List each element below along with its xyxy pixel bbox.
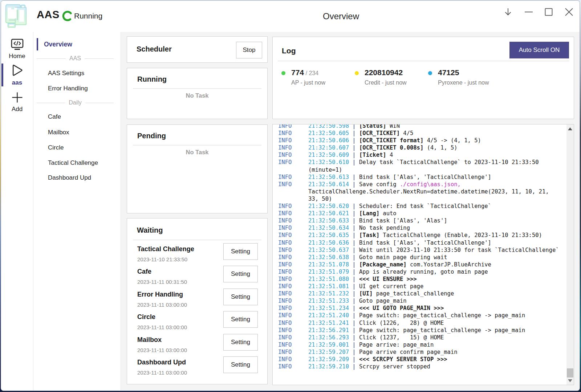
scroll-up-icon[interactable] [568,127,572,130]
log-timestamp: 21:32:50.634 [308,225,349,231]
log-message: 21:32:59.001 | Page arrive: page_main [308,341,561,348]
scheduler-status-label: Running [74,12,102,20]
log-entry: INFO21:32:50.633 | Bind task ['Alas', 'A… [278,217,566,224]
stat-label: Credit - just now [365,79,407,86]
log-level: INFO [278,327,308,334]
log-timestamp: 21:32:50.620 [308,203,349,209]
plus-icon [12,92,23,103]
log-text-segment: [Package_name] [359,261,407,268]
log-level: INFO [278,305,308,312]
log-timestamp: 21:32:50.607 [308,144,349,151]
log-entry: INFO21:32:51.240 | Page switch: page_tac… [278,312,566,319]
sidebar-item-aas-settings[interactable]: AAS Settings [48,69,84,78]
desktop-background: AAS Running Overview [0,0,581,392]
sidebar-item-mailbox[interactable]: Mailbox [48,128,69,137]
log-level: INFO [278,173,308,181]
log-entry: INFO21:32:56.291 | Page switch: page_tac… [278,327,566,334]
log-separator: | [349,247,359,253]
scrollbar-thumb[interactable] [567,368,573,377]
log-level: INFO [278,290,308,297]
log-text-segment: Page arrive confirm page_main [359,349,458,355]
log-separator: | [349,327,359,334]
log-separator: | [349,283,359,290]
minimize-button[interactable] [521,5,537,19]
stat-label: Pyroxene - just now [438,79,489,86]
log-separator: | [349,174,359,180]
log-message: 21:32:50.620 | Scheduler: End task `Tact… [308,203,561,210]
scroll-down-icon[interactable] [568,379,572,382]
log-message: 21:32:51.233 | Goto page_main [308,297,561,305]
log-level: INFO [278,246,308,254]
log-timestamp: 21:32:51.234 [308,305,349,311]
maximize-button[interactable] [541,5,557,19]
log-timestamp: 21:32:50.610 [308,159,349,166]
log-text-segment: WIN [386,124,400,129]
setting-button[interactable]: Setting [223,311,258,328]
setting-button[interactable]: Setting [223,334,258,351]
log-separator: | [349,159,359,166]
log-level: INFO [278,312,308,319]
log-message: 21:32:50.605 | [OCR_TICKET] 4/5 [308,130,561,137]
log-timestamp: 21:32:50.637 [308,247,349,253]
sidebar-item-error-handling[interactable]: Error Handling [48,84,88,93]
log-entry: INFO21:32:51.234 | <<< UI GOTO PAGE_MAIN… [278,305,566,312]
setting-button[interactable]: Setting [223,243,258,260]
waiting-task-time: 2023-11-11 03:00:00 [137,302,187,308]
log-entry: INFO21:32:50.620 | Scheduler: End task `… [278,203,566,210]
running-spinner-icon [61,10,74,22]
auto-scroll-button[interactable]: Auto Scroll ON [509,42,569,58]
sidebar-section-daily: Daily [37,99,114,106]
log-scrollbar[interactable] [566,124,574,385]
log-separator: | [349,312,359,319]
log-level: INFO [278,334,308,341]
sidebar-item-cafe[interactable]: Cafe [48,112,61,122]
log-timestamp: 21:32:50.613 [308,174,349,180]
rail-label-home: Home [1,53,33,60]
log-message: 21:32:50.621 | [Lang] auto [308,210,561,217]
log-text-segment: Page arrive: page_main [359,342,434,348]
log-separator: | [349,152,359,158]
sidebar-item-dashboard-upd[interactable]: Dashboard Upd [48,173,91,183]
log-text-segment: Bind task ['Alas', 'TacticalChallenge'] [359,240,491,246]
log-separator: | [349,298,359,304]
log-message: 21:32:50.607 | [OCR_TICKET 0.008s] (4, 1… [308,144,561,151]
waiting-task-time: 2023-11-11 03:00:00 [137,347,187,353]
log-level: INFO [278,275,308,283]
running-empty-text: No Task [127,92,267,99]
log-separator: | [349,240,359,246]
rail-label-add: Add [1,106,33,113]
log-level: INFO [278,232,308,239]
app-name: AAS [37,9,60,21]
log-message: 21:32:51.234 | <<< UI GOTO PAGE_MAIN >>> [308,305,561,312]
log-text-segment: auto [379,210,397,217]
rail-item-add[interactable]: Add [1,92,33,113]
log-message: 21:32:51.078 | [Package_name] com.Yostar… [308,261,561,268]
rail-item-aas[interactable]: aas [1,64,33,86]
log-text-segment: Click (1226, 28) @ HOME [359,320,444,326]
log-separator: | [349,130,359,136]
log-text-segment: Page switch: page_tactical_challenge -> … [359,312,525,319]
log-text-segment: UI get current page [359,283,423,290]
sidebar-item-overview[interactable]: Overview [33,38,121,50]
log-entry: INFO21:32:59.001 | Page arrive: page_mai… [278,341,566,348]
divider [278,61,569,61]
rail-item-home[interactable]: Home [1,38,33,60]
log-level: INFO [278,297,308,305]
stop-button[interactable]: Stop [236,42,262,58]
close-button[interactable] [561,5,577,19]
sidebar-item-circle[interactable]: Circle [48,143,64,152]
log-timestamp: 21:32:50.638 [308,254,349,261]
scheduler-title: Scheduler [137,45,172,53]
download-button[interactable] [500,5,516,19]
log-message: 21:32:50.614 | Save config ./config\aas.… [308,181,561,203]
waiting-task-time: 2023-11-11 03:00:00 [137,369,187,376]
sidebar-item-label: Overview [44,38,72,50]
setting-button[interactable]: Setting [223,289,258,305]
sidebar-item-tactical-challenge[interactable]: Tactical Challenge [48,158,98,168]
log-timestamp: 21:32:50.636 [308,240,349,246]
log-entry: INFO21:32:50.613 | Bind task ['Alas', 'T… [278,173,566,181]
log-text-segment: Bind task ['Alas', 'TacticalChallenge'] [359,174,491,180]
setting-button[interactable]: Setting [223,356,258,373]
log-timestamp: 21:32:50.621 [308,210,349,217]
setting-button[interactable]: Setting [223,266,258,282]
